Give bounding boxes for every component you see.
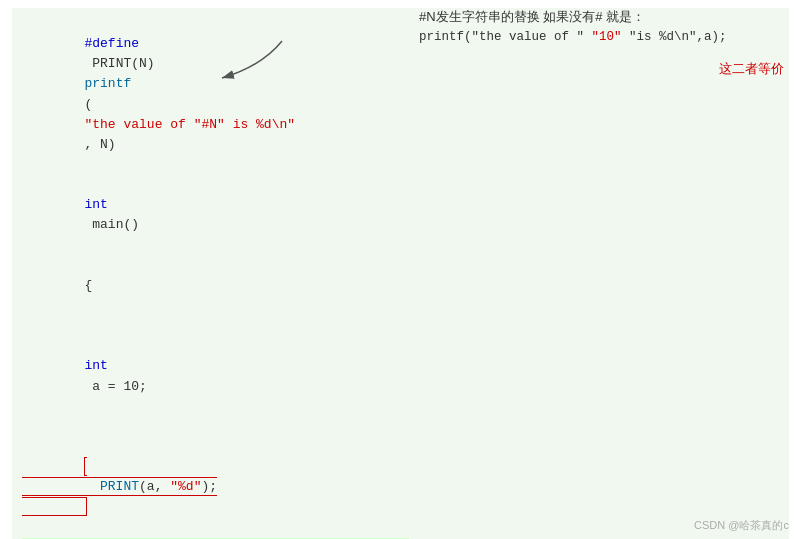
- code-line-3: {: [22, 256, 409, 316]
- equiv-label: 这二者等价: [719, 60, 784, 78]
- section1: #define PRINT(N) printf ( "the value of …: [12, 8, 789, 539]
- red-box-print: PRINT(a, "%d");: [22, 457, 217, 516]
- watermark: CSDN @哈茶真的c: [694, 518, 789, 533]
- annotation-line2: printf("the value of " "10" "is %d\n",a)…: [419, 30, 789, 44]
- code-line-5: PRINT(a, "%d");: [22, 417, 409, 538]
- code-line-2: int main(): [22, 175, 409, 256]
- code-line-4: int a = 10;: [22, 316, 409, 417]
- code-line-1: #define PRINT(N) printf ( "the value of …: [22, 14, 409, 175]
- annotation-line1: #N发生字符串的替换 如果没有# 就是：: [419, 8, 789, 26]
- page-wrapper: #define PRINT(N) printf ( "the value of …: [0, 0, 801, 539]
- annotation-area: #N发生字符串的替换 如果没有# 就是： printf("the value o…: [419, 8, 789, 44]
- code-block-1: #define PRINT(N) printf ( "the value of …: [12, 8, 789, 539]
